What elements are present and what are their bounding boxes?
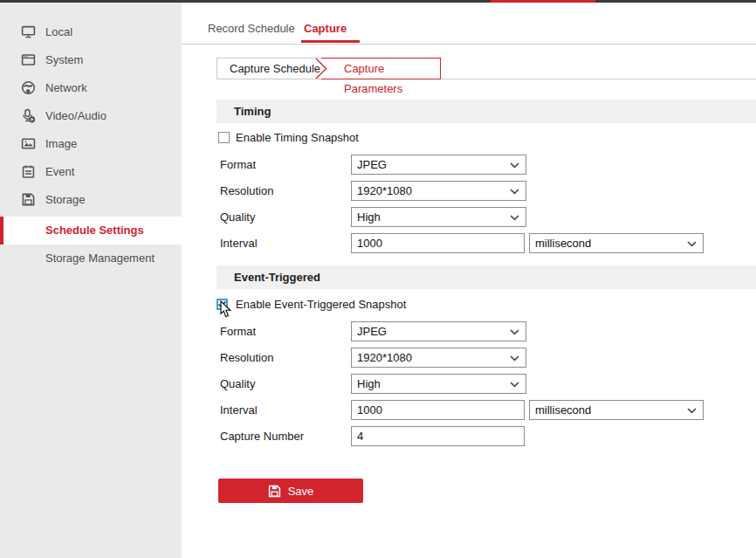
save-floppy-icon	[268, 485, 281, 498]
event-interval-unit-select[interactable]: millisecond	[529, 400, 704, 420]
sidebar-subitem-label: Storage Management	[45, 245, 155, 272]
chevron-down-icon	[687, 408, 697, 414]
chevron-down-icon	[687, 241, 697, 247]
tab-capture[interactable]: Capture	[304, 17, 347, 40]
sidebar-subitem-label: Schedule Settings	[45, 217, 144, 245]
capture-number-input[interactable]	[351, 426, 525, 446]
window-icon	[21, 52, 36, 67]
event-triggered-section-title: Event-Triggered	[234, 265, 320, 289]
timing-interval-unit-value: millisecond	[535, 237, 591, 250]
microphone-icon	[21, 108, 36, 123]
sidebar-item-schedule-settings[interactable]: Schedule Settings	[0, 217, 182, 245]
event-format-select[interactable]: JPEG	[351, 321, 526, 341]
event-triggered-section-header: Event-Triggered	[216, 265, 756, 289]
step-capture-parameters[interactable]: Capture Parameters	[321, 58, 441, 79]
timing-interval-unit-select[interactable]: millisecond	[529, 233, 704, 253]
enable-event-triggered-snapshot-label: Enable Event-Triggered Snapshot	[236, 298, 406, 311]
timing-resolution-value: 1920*1080	[357, 184, 412, 197]
enable-timing-snapshot-label: Enable Timing Snapshot	[236, 131, 359, 144]
timing-format-value: JPEG	[357, 158, 387, 171]
timing-section-header: Timing	[216, 100, 756, 123]
sidebar-item-label: Image	[45, 130, 77, 158]
event-quality-select[interactable]: High	[351, 374, 526, 394]
step-chevron-icon	[315, 59, 328, 82]
timing-interval-input[interactable]	[351, 233, 525, 253]
sidebar-item-label: Network	[45, 74, 87, 102]
chevron-down-icon	[510, 162, 519, 169]
enable-event-triggered-snapshot-checkbox[interactable]	[216, 299, 228, 310]
camera-config-page: Local System Network Video/Audio Image	[0, 0, 756, 558]
event-quality-label: Quality	[220, 374, 255, 394]
sidebar-item-system[interactable]: System	[0, 46, 182, 74]
tab-record-schedule[interactable]: Record Schedule	[208, 17, 295, 40]
chevron-down-icon	[510, 382, 519, 388]
event-resolution-value: 1920*1080	[357, 351, 412, 364]
timing-quality-label: Quality	[220, 207, 255, 227]
capture-number-label: Capture Number	[220, 426, 304, 446]
timing-section-title: Timing	[234, 100, 271, 123]
tab-separator-line	[182, 44, 756, 45]
monitor-icon	[21, 24, 36, 39]
timing-format-select[interactable]: JPEG	[351, 155, 526, 175]
sidebar-item-storage-management[interactable]: Storage Management	[0, 245, 182, 272]
timing-resolution-label: Resolution	[220, 181, 273, 201]
image-icon	[21, 136, 36, 151]
timing-resolution-select[interactable]: 1920*1080	[351, 181, 526, 201]
event-quality-value: High	[357, 377, 381, 390]
sidebar-item-label: Video/Audio	[45, 102, 107, 130]
sidebar-item-label: Storage	[45, 186, 86, 214]
timing-format-label: Format	[220, 155, 256, 175]
top-nav-active-indicator	[491, 0, 595, 3]
checkmark-icon	[217, 300, 227, 308]
event-format-value: JPEG	[357, 325, 387, 338]
chevron-down-icon	[510, 189, 519, 195]
event-interval-unit-value: millisecond	[535, 403, 591, 417]
event-resolution-label: Resolution	[220, 348, 273, 368]
sidebar: Local System Network Video/Audio Image	[0, 3, 182, 558]
chevron-down-icon	[510, 355, 519, 362]
enable-timing-snapshot-checkbox[interactable]	[218, 132, 230, 143]
chevron-down-icon	[510, 329, 519, 335]
sidebar-item-video-audio[interactable]: Video/Audio	[0, 102, 182, 130]
chevron-down-icon	[510, 215, 519, 221]
save-button-label: Save	[288, 485, 314, 498]
globe-icon	[21, 80, 36, 95]
event-resolution-select[interactable]: 1920*1080	[351, 348, 526, 368]
sidebar-item-label: Event	[45, 158, 74, 186]
event-interval-label: Interval	[220, 400, 258, 420]
sidebar-item-label: System	[45, 46, 83, 74]
sidebar-item-label: Local	[45, 18, 72, 46]
timing-quality-select[interactable]: High	[351, 207, 526, 227]
timing-interval-label: Interval	[220, 233, 258, 253]
sidebar-item-event[interactable]: Event	[0, 158, 182, 186]
sidebar-item-image[interactable]: Image	[0, 130, 182, 158]
step-bar-line	[441, 79, 756, 79]
sidebar-item-network[interactable]: Network	[0, 74, 182, 102]
save-button[interactable]: Save	[218, 479, 363, 503]
event-interval-input[interactable]	[351, 400, 525, 420]
sidebar-item-storage[interactable]: Storage	[0, 186, 182, 214]
event-format-label: Format	[220, 321, 256, 341]
active-tab-underline	[301, 40, 360, 43]
timing-quality-value: High	[357, 210, 381, 224]
event-icon	[21, 164, 36, 179]
step-capture-schedule[interactable]: Capture Schedule	[216, 58, 321, 79]
storage-icon	[21, 192, 36, 207]
sidebar-item-local[interactable]: Local	[0, 18, 182, 46]
